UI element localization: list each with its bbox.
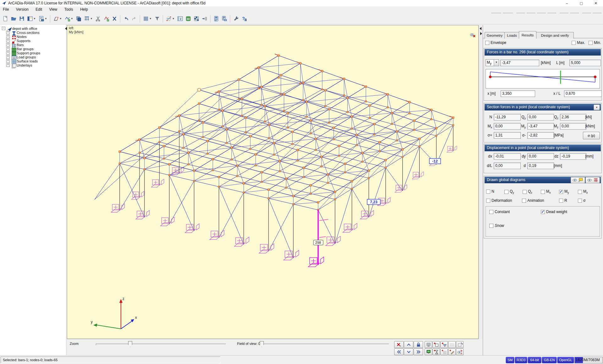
panel-collapse-icon[interactable]	[480, 32, 482, 35]
tree-item-bars[interactable]: +Bars	[2, 43, 66, 47]
expand-icon[interactable]: +	[6, 63, 10, 67]
dropdown-arrow-icon[interactable]: ▼	[172, 17, 175, 20]
nav-last-button[interactable]	[414, 348, 423, 355]
badge-sm[interactable]: SM	[506, 357, 514, 363]
expand-icon[interactable]: +	[6, 35, 10, 38]
case-check-snow[interactable]: Snow	[489, 223, 504, 228]
checkbox[interactable]	[489, 210, 493, 214]
matrix-grid-button[interactable]	[192, 14, 200, 23]
fov-slider-track[interactable]	[260, 344, 389, 345]
menu-file[interactable]: File	[0, 6, 12, 13]
show-values-button[interactable]	[571, 177, 585, 183]
grid-off-button[interactable]	[448, 341, 456, 348]
rotate-sel-button[interactable]	[456, 341, 464, 348]
monitor-on-button[interactable]	[425, 348, 432, 355]
checkbox[interactable]	[486, 199, 490, 203]
tree-item-underlays[interactable]: +Underlays	[2, 63, 66, 67]
dropdown-arrow-icon[interactable]: ▼	[45, 17, 47, 20]
diagram-check-Qz[interactable]: Qz	[523, 189, 532, 194]
dropdown-arrow-icon[interactable]: ▼	[90, 17, 93, 20]
checkbox[interactable]	[541, 190, 545, 194]
redo-button[interactable]	[130, 14, 138, 23]
filter-button[interactable]	[153, 14, 161, 23]
nav-up-button[interactable]	[404, 341, 413, 348]
model-viewport[interactable]: 2987,23-12zxy	[67, 25, 479, 339]
checkbox[interactable]	[541, 210, 545, 214]
expand-icon[interactable]: +	[6, 47, 10, 51]
calculation-report-button[interactable]	[220, 14, 228, 23]
zoom-slider-track[interactable]	[96, 344, 226, 345]
diagram-check-Deformation[interactable]: Deformation	[486, 198, 512, 203]
section-forces-collapse-button[interactable]: ▼	[594, 104, 600, 110]
tab-design-and-verify[interactable]: Design and verify	[536, 32, 574, 39]
diagram-check-Mz[interactable]: Mz	[578, 189, 588, 194]
tab-geometry[interactable]: Geometry	[485, 32, 505, 39]
menu-view[interactable]: View	[46, 6, 60, 13]
del-view-button[interactable]	[394, 341, 404, 348]
section-lines-button[interactable]: ▼	[142, 14, 153, 23]
checkbox[interactable]	[559, 190, 563, 194]
checkbox[interactable]	[486, 190, 490, 194]
bar-diagram[interactable]	[486, 69, 600, 88]
right-splitter[interactable]	[479, 25, 483, 339]
hourglass-add-button[interactable]	[432, 348, 440, 355]
envelope-checkbox-row[interactable]: Envelope	[485, 40, 506, 45]
panel-expand-icon[interactable]	[480, 27, 481, 30]
align-bars-button[interactable]	[200, 14, 209, 23]
expand-icon[interactable]: +	[6, 31, 10, 34]
x-position-field[interactable]: 3,350	[501, 90, 535, 97]
menu-version[interactable]: Version	[13, 6, 31, 13]
case-check-dead-weight[interactable]: Dead weight	[541, 210, 567, 214]
checkbox[interactable]	[559, 199, 563, 203]
add-rect-button[interactable]	[432, 341, 440, 348]
checkbox[interactable]	[578, 199, 582, 203]
max-checkbox[interactable]	[572, 41, 576, 45]
minimize-button[interactable]: –	[560, 0, 574, 6]
menu-edit[interactable]: Edit	[33, 6, 45, 13]
checkbox[interactable]	[489, 224, 493, 228]
tree-item-nodes[interactable]: +Nodes	[2, 35, 66, 39]
expand-icon[interactable]: +	[6, 43, 10, 46]
diagram-check-σ[interactable]: σ	[578, 198, 585, 203]
loads-button[interactable]: ▼	[83, 14, 94, 23]
open-file-button[interactable]	[9, 14, 18, 23]
checkbox[interactable]	[523, 190, 527, 194]
pencil-add-button[interactable]	[448, 348, 456, 355]
delete-button[interactable]	[110, 14, 118, 23]
structure-axes-button[interactable]: ▼	[165, 14, 176, 23]
table-editor-button[interactable]: I	[176, 14, 184, 23]
diagram-check-My[interactable]: My	[559, 189, 569, 194]
checkbox[interactable]	[522, 199, 526, 203]
badge-lang[interactable]: GB-EN	[542, 357, 557, 363]
dropdown-arrow-icon[interactable]: ▼	[59, 17, 62, 20]
tree-item-supports[interactable]: +Supports	[2, 39, 66, 43]
undo-button[interactable]	[122, 14, 130, 23]
structure-3d-scene[interactable]: 2987,23-12zxy	[67, 25, 478, 339]
dropdown-arrow-icon[interactable]: ▼	[71, 17, 73, 20]
diagram-check-N[interactable]: N	[486, 189, 494, 194]
maximize-button[interactable]: ▢	[574, 0, 589, 6]
envelope-checkbox[interactable]	[485, 41, 489, 45]
tools-wrench-button[interactable]	[232, 14, 240, 23]
checkbox[interactable]	[578, 190, 582, 194]
max-checkbox-row[interactable]: Max.	[572, 40, 585, 45]
monitor-off-button[interactable]	[425, 341, 432, 348]
badge-64bit[interactable]: 64-bit	[528, 357, 541, 363]
show-numbering-button[interactable]	[585, 177, 600, 183]
menu-help[interactable]: Help	[77, 6, 91, 13]
expand-icon[interactable]: +	[6, 55, 10, 59]
new-file-button[interactable]	[1, 14, 9, 23]
save-file-button[interactable]	[18, 14, 26, 23]
diagram-check-Qy[interactable]: Qy	[504, 189, 514, 194]
nav-down-button[interactable]	[404, 348, 413, 355]
draw-frame-button[interactable]: ▼	[52, 14, 63, 23]
force-type-combo[interactable]: My ▼	[486, 59, 499, 66]
menu-tools[interactable]: Tools	[62, 6, 76, 13]
report-button[interactable]: ▼	[37, 14, 48, 23]
copy-element-button[interactable]	[74, 14, 83, 23]
polyline-add-button[interactable]	[102, 14, 110, 23]
tree-item-load-groups[interactable]: +Load groups	[2, 55, 66, 59]
diagram-check-Animation[interactable]: Animation	[522, 198, 544, 203]
badge-r3d3[interactable]: R3D3	[515, 357, 527, 363]
draw-polyline-button[interactable]: ▼	[63, 14, 74, 23]
